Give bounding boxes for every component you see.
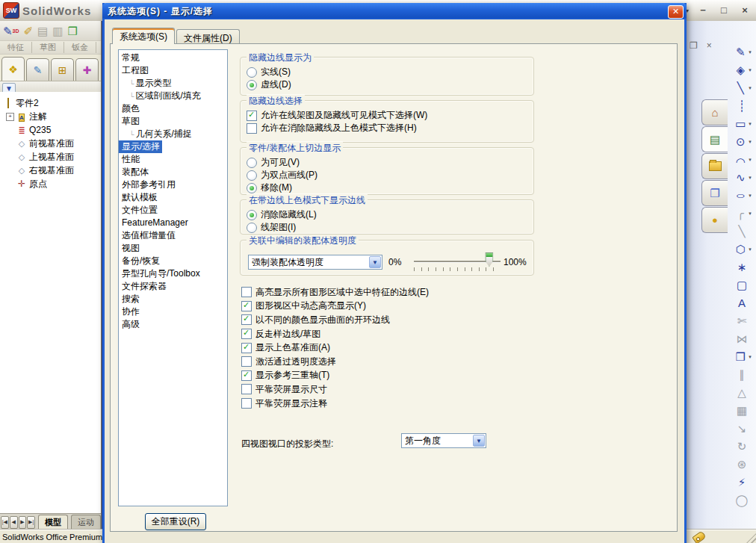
dialog-close-button[interactable]: ✕ <box>668 5 684 19</box>
sketch-toolbar-icon[interactable]: ✐ <box>24 25 34 37</box>
radio-option[interactable]: 实线(S) <box>247 66 533 78</box>
tab-scroll-left-button[interactable]: ◀ <box>10 516 18 529</box>
options-nav-item[interactable]: 工程图 <box>119 64 227 77</box>
options-nav-item[interactable]: 视图 <box>119 242 227 255</box>
document-close-icon[interactable]: × <box>707 40 712 51</box>
combo-arrow-icon[interactable]: ▼ <box>369 256 381 268</box>
dropdown-arrow-icon[interactable]: ▾ <box>749 49 752 55</box>
command-tab[interactable]: 特征 <box>0 42 32 53</box>
command-tab[interactable]: 钣金 <box>64 42 96 53</box>
checkbox-option[interactable]: 图形视区中动态高亮显示(Y) <box>241 300 429 314</box>
partial-ellipse-icon[interactable]: ◯ <box>729 491 756 509</box>
tab-scroll-right-button[interactable]: ▶ <box>19 516 27 529</box>
tab-model[interactable]: 模型 <box>38 515 68 530</box>
options-nav-item[interactable]: 性能 <box>119 153 227 166</box>
document-restore-icon[interactable]: ❐ <box>690 40 698 51</box>
polygon-icon[interactable]: ⬡ ▾ <box>729 241 756 258</box>
appearances-tab[interactable]: ● <box>701 207 728 233</box>
file-explorer-tab[interactable] <box>701 153 728 179</box>
checkbox-option[interactable]: 显示上色基准面(A) <box>241 341 429 355</box>
options-nav-item[interactable]: 默认模板 <box>119 191 227 204</box>
dropdown-arrow-icon[interactable]: ▾ <box>749 157 752 163</box>
modify-sketch-icon[interactable]: ↻ <box>729 438 756 456</box>
trim-entities-icon[interactable]: ✄ <box>729 312 756 330</box>
tab-document-properties[interactable]: 文件属性(D) <box>176 29 240 44</box>
smart-dimension-icon[interactable]: ◈ ▾ <box>729 61 756 79</box>
options-nav-item[interactable]: 草图 <box>119 115 227 128</box>
reset-all-button[interactable]: 全部重设(R) <box>145 513 206 530</box>
options-nav-item[interactable]: FeatureManager <box>119 217 227 229</box>
solidworks-resources-tab[interactable]: ⌂ <box>701 99 728 125</box>
checkbox-option[interactable]: 平靠荧屏显示尺寸 <box>241 382 429 397</box>
tab-system-options[interactable]: 系统选项(S) <box>112 28 175 44</box>
centerpoint-arc-icon[interactable]: ◠ ▾ <box>729 151 756 169</box>
3d-sketch-icon[interactable]: ✎3D <box>3 25 19 37</box>
options-nav-item[interactable]: 装配体 <box>119 166 227 179</box>
tree-row-material[interactable]: ≣ Q235 <box>0 123 101 137</box>
sketch-chamfer-icon[interactable]: ╲ <box>729 223 756 241</box>
centerline-icon[interactable]: ┊ <box>729 97 756 115</box>
tree-row-top-plane[interactable]: ◇ 上视基准面 <box>0 150 101 164</box>
text-icon[interactable]: A <box>729 294 756 312</box>
line-icon[interactable]: ╲ ▾ <box>729 79 756 97</box>
tab-scroll-last-button[interactable]: ▶| <box>27 516 35 529</box>
options-nav-item[interactable]: 区域剖面线/填充 <box>119 90 227 102</box>
point-icon[interactable]: ∗ <box>729 258 756 276</box>
revolved-boss-icon[interactable]: ▥ <box>52 25 63 37</box>
radio-option[interactable]: 移除(M) <box>247 181 533 194</box>
dropdown-arrow-icon[interactable]: ▾ <box>749 121 752 127</box>
dropdown-arrow-icon[interactable]: ▾ <box>749 139 752 145</box>
offset-entities-icon[interactable]: ∥ <box>729 366 756 384</box>
dropdown-arrow-icon[interactable]: ▾ <box>749 246 752 252</box>
dropdown-arrow-icon[interactable]: ▾ <box>749 211 752 217</box>
tree-row-annotations[interactable]: + A 注解 <box>0 110 101 123</box>
checkbox-option[interactable]: 高亮显示所有图形区域中选中特征的边线(E) <box>241 285 429 300</box>
swept-boss-icon[interactable]: ❒ <box>67 25 77 37</box>
tree-row-front-plane[interactable]: ◇ 前视基准面 <box>0 137 101 150</box>
radio-option[interactable]: 为双点画线(P) <box>247 169 533 181</box>
options-nav-item[interactable]: 颜色 <box>119 102 227 115</box>
sketch-fillet-icon[interactable]: ╭ ▾ <box>729 205 756 223</box>
command-tab[interactable]: 草图 <box>32 42 64 53</box>
options-nav-item[interactable]: 异型孔向导/Toolbox <box>119 267 227 280</box>
sketch-icon[interactable]: ✎ ▾ <box>729 43 756 61</box>
tree-root-part[interactable]: 零件2 <box>0 96 101 110</box>
checkbox-option[interactable]: 显示参考三重轴(T) <box>241 369 429 383</box>
transparency-combobox[interactable]: 强制装配体透明度 ▼ <box>248 255 382 270</box>
options-nav-item[interactable]: 文件探索器 <box>119 280 227 293</box>
mirror-entities-icon[interactable]: ⋈ <box>729 330 756 348</box>
dropdown-arrow-icon[interactable]: ▾ <box>749 354 752 360</box>
selection-box-icon[interactable]: ▢ <box>729 276 756 294</box>
checkbox-option[interactable]: 允许在线架图及隐藏线可见模式下选择(W) <box>247 109 533 122</box>
checkbox-option[interactable]: 允许在消除隐藏线及上色模式下选择(H) <box>247 122 533 134</box>
configurationmanager-tab[interactable]: ⊞ <box>51 58 74 81</box>
circle-icon[interactable]: ⊙ ▾ <box>729 133 756 151</box>
options-nav-item[interactable]: 搜索 <box>119 293 227 305</box>
ellipse-icon[interactable]: ○ ▾ <box>729 187 756 205</box>
options-nav-item[interactable]: 显示类型 <box>119 77 227 90</box>
maximize-button[interactable]: □ <box>717 4 731 17</box>
convert-entities-icon[interactable]: ❒ ▾ <box>729 348 756 366</box>
radio-option[interactable]: 虚线(D) <box>247 78 533 91</box>
checkbox-option[interactable]: 激活通过透明度选择 <box>241 355 429 369</box>
circular-pattern-icon[interactable]: ⊛ <box>729 456 756 474</box>
minimize-button[interactable]: − <box>696 4 710 17</box>
radio-option[interactable]: 消除隐藏线(L) <box>247 208 533 221</box>
slider-thumb[interactable] <box>485 252 493 267</box>
options-nav-item[interactable]: 显示/选择 <box>119 140 162 153</box>
featuremanager-tree-tab[interactable]: ❖ <box>1 57 25 81</box>
spline-icon[interactable]: ∿ ▾ <box>729 169 756 187</box>
tree-row-origin[interactable]: ✛ 原点 <box>0 177 101 190</box>
construction-geometry-icon[interactable]: △ <box>729 384 756 402</box>
checkbox-option[interactable]: 以不同的颜色显示曲面的开环边线 <box>241 313 429 327</box>
options-nav-item[interactable]: 常规 <box>119 52 227 64</box>
view-palette-tab[interactable]: ❐ <box>701 180 728 206</box>
transparency-slider[interactable] <box>414 251 501 273</box>
tree-row-right-plane[interactable]: ◇ 右视基准面 <box>0 164 101 177</box>
radio-option[interactable]: 为可见(V) <box>247 156 533 169</box>
options-nav-item[interactable]: 几何关系/捕捉 <box>119 128 227 140</box>
tab-motion-study[interactable]: 运动 <box>71 515 101 530</box>
options-nav-item[interactable]: 备份/恢复 <box>119 255 227 267</box>
dimxpert-tab[interactable]: ✚ <box>75 58 99 81</box>
dropdown-arrow-icon[interactable]: ▾ <box>749 85 752 91</box>
